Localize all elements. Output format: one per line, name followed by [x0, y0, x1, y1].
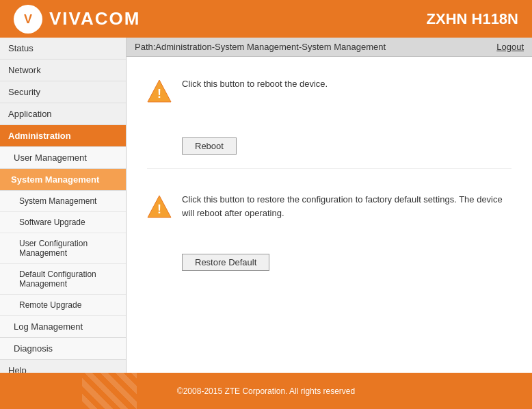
footer: ©2008-2015 ZTE Corporation. All rights r…	[0, 373, 532, 409]
reboot-block: ! Click this button to reboot the device…	[147, 70, 511, 169]
restore-block: ! Click this button to restore the confi…	[147, 186, 511, 285]
logout-link[interactable]: Logout	[496, 42, 524, 52]
svg-text:!: !	[157, 87, 161, 101]
reboot-button[interactable]: Reboot	[182, 137, 237, 155]
sidebar-item-application[interactable]: Application	[0, 103, 126, 125]
breadcrumb: Path:Administration-System Management-Sy…	[135, 42, 386, 52]
footer-copyright: ©2008-2015 ZTE Corporation. All rights r…	[177, 386, 355, 396]
breadcrumb-bar: Path:Administration-System Management-Sy…	[127, 38, 532, 57]
sidebar-item-network[interactable]: Network	[0, 60, 126, 81]
content-area: Path:Administration-System Management-Sy…	[127, 38, 532, 373]
restore-description: Click this button to restore the configu…	[182, 193, 511, 220]
restore-row: ! Click this button to restore the confi…	[147, 186, 511, 226]
sidebar-item-user-management[interactable]: User Management	[0, 147, 126, 169]
sidebar-item-user-config-mgmt[interactable]: User Configuration Management	[0, 233, 126, 264]
sidebar-item-security[interactable]: Security	[0, 81, 126, 103]
main-layout: Status Network Security Application Admi…	[0, 38, 532, 373]
header: V VIVACOM ZXHN H118N	[0, 0, 532, 38]
sidebar-item-status[interactable]: Status	[0, 38, 126, 60]
sidebar-item-diagnosis[interactable]: Diagnosis	[0, 338, 126, 360]
restore-default-button[interactable]: Restore Default	[182, 254, 269, 271]
footer-decoration	[82, 373, 137, 409]
content-body: ! Click this button to reboot the device…	[127, 57, 532, 373]
logo-text: VIVACOM	[49, 8, 140, 29]
sidebar-item-system-management-parent[interactable]: System Management	[0, 169, 126, 191]
svg-text:!: !	[157, 202, 161, 216]
reboot-description: Click this button to reboot the device.	[182, 77, 511, 91]
sidebar-item-remote-upgrade[interactable]: Remote Upgrade	[0, 295, 126, 316]
warning-icon-restore: !	[147, 194, 172, 219]
sidebar-item-software-upgrade[interactable]: Software Upgrade	[0, 212, 126, 233]
logo-icon: V	[14, 5, 42, 34]
logo: V VIVACOM	[14, 5, 140, 34]
sidebar-item-system-management-child[interactable]: System Management	[0, 191, 126, 212]
sidebar-item-administration[interactable]: Administration	[0, 125, 126, 147]
sidebar-item-log-management[interactable]: Log Management	[0, 316, 126, 338]
warning-icon-reboot: !	[147, 79, 172, 103]
reboot-row: ! Click this button to reboot the device…	[147, 70, 511, 110]
model-text: ZXHN H118N	[427, 10, 518, 28]
svg-text:V: V	[24, 12, 32, 26]
sidebar: Status Network Security Application Admi…	[0, 38, 127, 373]
sidebar-item-default-config-mgmt[interactable]: Default Configuration Management	[0, 264, 126, 295]
